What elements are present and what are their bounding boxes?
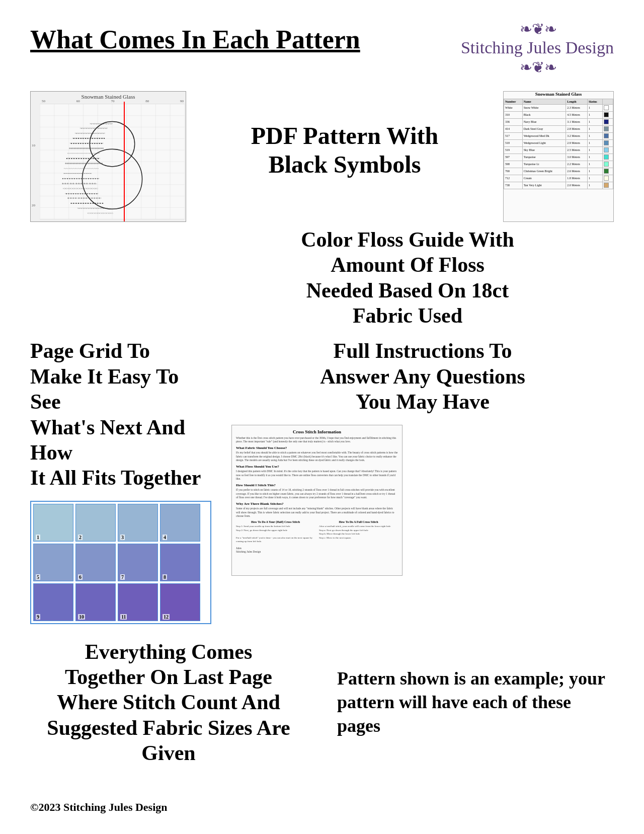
col-length: Length xyxy=(566,99,588,104)
doc-para-floss: I designed this pattern with DMC In mind… xyxy=(236,470,398,481)
pattern-svg: ×ω×ω×ω×ω×ω×ω×ω×ω×ω× ×ω×ω×ω×ω×ω×ω×ω×ω×ω×ω… xyxy=(40,103,185,220)
floss-color-swatch xyxy=(603,168,613,175)
thumb-cell: 8 xyxy=(160,544,200,581)
floss-skeins: 1 xyxy=(587,139,602,146)
thumb-number: 5 xyxy=(36,574,40,580)
floss-number: 597 xyxy=(504,154,523,161)
floss-color-swatch xyxy=(603,111,613,118)
svg-text:×ω×ω×ω×ω×ω×ω×ω×ω×ω×: ×ω×ω×ω×ω×ω×ω×ω×ω×ω× xyxy=(90,122,113,124)
floss-row: 310 Black 4.5 Meters 1 xyxy=(504,111,613,118)
thumb-cell: 1 xyxy=(33,504,73,542)
floss-table: Number Name Length Skeins White Snow Whi… xyxy=(504,99,613,189)
floss-length: 1.8 Meters xyxy=(566,175,588,182)
svg-text:⊕⊗⊕⊗⊕⊗⊕⊗⊕⊗⊕⊗⊕⊗⊕⊗⊕⊗⊕⊗⊕⊗⊕⊗⊕: ⊕⊗⊕⊗⊕⊗⊕⊗⊕⊗⊕⊗⊕⊗⊕⊗⊕⊗⊕⊗⊕⊗⊕⊗⊕ xyxy=(65,162,103,165)
doc-section-how: How Should I Stitch This? xyxy=(236,483,398,487)
floss-color-swatch xyxy=(603,125,613,132)
floss-color-swatch xyxy=(603,139,613,146)
floss-skeins: 1 xyxy=(587,111,602,118)
floss-length: 3.2 Meters xyxy=(566,132,588,139)
floss-number: 700 xyxy=(504,168,523,175)
floss-number: 518 xyxy=(504,139,523,146)
thumb-number: 2 xyxy=(78,535,83,540)
svg-text:×ω×ω×ω×ω×ω×ω×ω×ω×ω×ω×ω×ω×: ×ω×ω×ω×ω×ω×ω×ω×ω×ω×ω×ω×ω× xyxy=(77,207,107,209)
thumb-number: 8 xyxy=(163,574,167,580)
svg-text:⊕⊗⊕⊗⊕⊗⊕⊗⊕⊗⊕⊗⊕⊗⊕⊗⊕⊗⊕⊗⊕⊗⊕: ⊕⊗⊕⊗⊕⊗⊕⊗⊕⊗⊕⊗⊕⊗⊕⊗⊕⊗⊕⊗⊕⊗⊕ xyxy=(69,147,104,149)
floss-skeins: 1 xyxy=(587,182,602,189)
thumb-number: 11 xyxy=(120,614,127,620)
floss-row: White Snow White 2.3 Meters 1 xyxy=(504,104,613,111)
thumb-number: 12 xyxy=(163,614,170,620)
floss-number: White xyxy=(504,104,523,111)
svg-text:+□+□+□+□+□+□+□+□+□+□+□+□+□+□+□: +□+□+□+□+□+□+□+□+□+□+□+□+□+□+□ xyxy=(63,187,98,189)
doc-sign: JulesStitching Jules Design xyxy=(236,547,398,554)
floss-number: 519 xyxy=(504,146,523,154)
doc-section-blank: Why Are There Blank Stitches? xyxy=(236,502,398,506)
thumb-number: 9 xyxy=(36,614,40,620)
svg-text:+□+□+□+□+□+□+□+□+□+□+□: +□+□+□+□+□+□+□+□+□+□+□ xyxy=(87,212,113,214)
floss-length: 3.0 Meters xyxy=(566,154,588,161)
floss-name: Sky Blue xyxy=(522,146,566,154)
row-numbers: 1020 xyxy=(32,102,35,221)
col-title-half: How To Do A Your (Half) Cross Stitch xyxy=(236,520,315,523)
floss-color-swatch xyxy=(603,118,613,125)
floss-name: Navy Blue xyxy=(522,118,566,125)
floss-row: 597 Turquoise 3.0 Meters 1 xyxy=(504,154,613,161)
floss-color-swatch xyxy=(603,146,613,154)
doc-para-blank: Some of my projects are full coverage an… xyxy=(236,507,398,518)
svg-text:■+■+■+■+■+■+■+■+■+■+■+■+■+■+■+: ■+■+■+■+■+■+■+■+■+■+■+■+■+■+■+■+ xyxy=(62,177,100,180)
floss-color-swatch xyxy=(603,182,613,189)
floss-row: 519 Sky Blue 2.5 Meters 1 xyxy=(504,146,613,154)
floss-length: 2.8 Meters xyxy=(566,125,588,132)
logo-ornament-top: ❧ ❦ ❧ xyxy=(520,20,555,38)
floss-row: 518 Wedgewood Light 2.9 Meters 1 xyxy=(504,139,613,146)
floss-name: Christmas Green Bright xyxy=(522,168,566,175)
doc-col-full: How To Do A Full Cross Stitch After a te… xyxy=(319,520,398,544)
instructions-document: Cross Stitch Information Whether this is… xyxy=(231,425,403,576)
section-bottom: Everything Comes Together On Last Page W… xyxy=(30,639,614,766)
floss-name: Tan Very Light xyxy=(522,182,566,189)
svg-text:×+×+×+×+×+×+×+×+×+×+×+×+×+×+×: ×+×+×+×+×+×+×+×+×+×+×+×+×+×+× xyxy=(67,152,100,155)
svg-text:⊗○⊗○⊗○⊗○⊗○⊗○⊗○⊗○⊗○⊗○⊗○⊗○⊗○: ⊗○⊗○⊗○⊗○⊗○⊗○⊗○⊗○⊗○⊗○⊗○⊗○⊗○ xyxy=(62,182,97,184)
floss-row: 517 Wedgewood Med Dk 3.2 Meters 1 xyxy=(504,132,613,139)
floss-name: Wedgewood Med Dk xyxy=(522,132,566,139)
floss-name: Black xyxy=(522,111,566,118)
floss-skeins: 1 xyxy=(587,125,602,132)
svg-text:×ω×ω×ω×ω×ω×ω×ω×ω×ω×ω×ω×: ×ω×ω×ω×ω×ω×ω×ω×ω×ω×ω×ω× xyxy=(79,127,108,129)
thumb-cell: 9 xyxy=(33,583,73,621)
svg-text:×▪×▪×▪×▪×▪×▪×▪×▪×▪×▪×▪×▪×▪×▪×▪: ×▪×▪×▪×▪×▪×▪×▪×▪×▪×▪×▪×▪×▪×▪×▪× xyxy=(63,172,92,175)
floss-name: Snow White xyxy=(522,104,566,111)
floss-number: 414 xyxy=(504,125,523,132)
logo-text: Stitching Jules Design xyxy=(461,38,614,58)
floss-skeins: 1 xyxy=(587,118,602,125)
floss-skeins: 1 xyxy=(587,161,602,168)
floss-color-swatch xyxy=(603,104,613,111)
header: What Comes In Each Pattern ❧ ❦ ❧ Stitchi… xyxy=(30,20,614,76)
thumb-cell: 12 xyxy=(160,583,200,621)
pdf-pattern-label: PDF Pattern With Black Symbols xyxy=(206,121,483,179)
floss-skeins: 1 xyxy=(587,175,602,182)
thumb-cell: 11 xyxy=(118,583,158,621)
thumb-cell: 10 xyxy=(75,583,116,621)
thumb-cell: 2 xyxy=(75,504,116,542)
floss-number: 336 xyxy=(504,118,523,125)
floss-name: Turquoise Lt xyxy=(522,161,566,168)
doc-section-fabric: What Fabric Should You Choose? xyxy=(236,446,398,450)
pdf-text-area: PDF Pattern With Black Symbols xyxy=(206,91,483,179)
floss-length: 4.5 Meters xyxy=(566,111,588,118)
floss-row: 598 Turquoise Lt 2.2 Meters 1 xyxy=(504,161,613,168)
pattern-note: Pattern shown is an example; your patter… xyxy=(337,667,614,737)
floss-number: 738 xyxy=(504,182,523,189)
col-number: Number xyxy=(504,99,523,104)
floss-skeins: 1 xyxy=(587,104,602,111)
thumb-number: 3 xyxy=(120,535,125,540)
thumb-number: 1 xyxy=(36,535,40,540)
floss-row: 712 Cream 1.8 Meters 1 xyxy=(504,175,613,182)
everything-text: Everything Comes Together On Last Page W… xyxy=(30,639,307,766)
thumb-number: 4 xyxy=(163,535,167,540)
floss-row: 700 Christmas Green Bright 2.6 Meters 1 xyxy=(504,168,613,175)
doc-para-how: If you prefer to stitch on fabric counts… xyxy=(236,488,398,500)
svg-text:⊕+⊕+⊕+⊕+⊕+⊕+⊕+⊕+⊕+⊕+⊕+⊕+⊕+: ⊕+⊕+⊕+⊕+⊕+⊕+⊕+⊕+⊕+⊕+⊕+⊕+⊕+ xyxy=(67,197,102,199)
svg-text:+■+■+■+■+■+■+■+■+■+■+■+■+■+■+: +■+■+■+■+■+■+■+■+■+■+■+■+■+■+ xyxy=(70,142,104,144)
floss-name: Turquoise xyxy=(522,154,566,161)
doc-two-col: How To Do A Your (Half) Cross Stitch Ste… xyxy=(236,520,398,544)
